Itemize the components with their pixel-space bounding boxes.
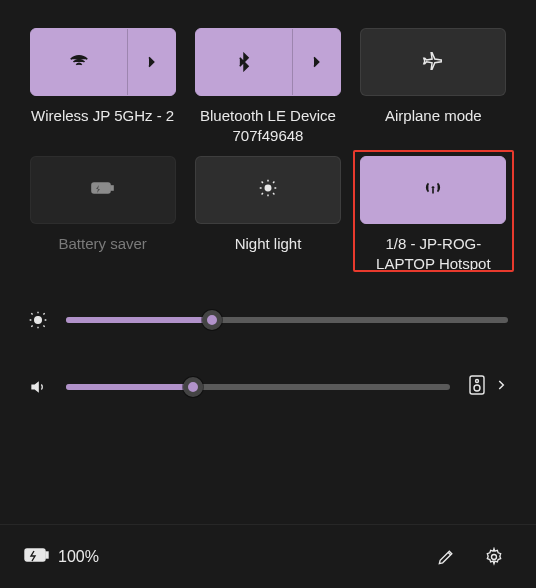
settings-button[interactable] [476,539,512,575]
brightness-slider-thumb[interactable] [202,310,222,330]
wifi-expand-button[interactable] [127,29,175,95]
footer-bar: 100% [0,524,536,588]
night-light-icon [257,177,279,203]
brightness-slider[interactable] [66,317,508,323]
tile-wifi: Wireless JP 5GHz - 2 [28,28,177,150]
svg-rect-0 [92,183,110,193]
wifi-toggle[interactable] [30,28,176,96]
bluetooth-icon [196,52,292,72]
edit-button[interactable] [428,539,464,575]
wifi-icon [31,51,127,73]
chevron-right-icon [143,54,159,70]
night-light-toggle[interactable] [195,156,341,224]
hotspot-toggle[interactable] [360,156,506,224]
volume-slider-thumb[interactable] [183,377,203,397]
chevron-right-icon [308,54,324,70]
battery-percent-text: 100% [58,548,99,566]
output-device-button[interactable] [468,374,486,400]
sliders-area [0,290,536,410]
battery-saver-label: Battery saver [56,234,148,278]
battery-saver-icon [90,178,116,202]
airplane-label: Airplane mode [383,106,484,150]
chevron-right-icon [494,378,508,392]
brightness-slider-row [28,310,508,330]
wifi-label: Wireless JP 5GHz - 2 [29,106,176,150]
svg-rect-8 [25,549,45,561]
tile-bluetooth: Bluetooth LE Device 707f49648 [193,28,342,150]
output-device-expand[interactable] [494,378,508,396]
airplane-toggle[interactable] [360,28,506,96]
pencil-icon [436,547,456,567]
svg-point-6 [476,380,479,383]
night-light-label: Night light [233,234,304,278]
tile-battery-saver: Battery saver [28,156,177,278]
tile-night-light: Night light [193,156,342,278]
airplane-icon [422,49,444,75]
svg-point-4 [35,317,42,324]
svg-rect-9 [46,552,48,558]
bluetooth-label: Bluetooth LE Device 707f49648 [193,106,342,150]
svg-rect-1 [111,186,113,190]
battery-status[interactable]: 100% [24,546,99,568]
brightness-icon [28,310,48,330]
tile-hotspot: 1/8 - JP-ROG-LAPTOP Hotspot [359,156,508,278]
volume-slider-row [28,374,508,400]
quick-settings-panel: Wireless JP 5GHz - 2 Bluetooth LE Device… [0,0,536,588]
volume-slider[interactable] [66,384,450,390]
hotspot-label: 1/8 - JP-ROG-LAPTOP Hotspot [359,234,508,278]
battery-saver-toggle [30,156,176,224]
svg-point-2 [265,185,271,191]
svg-point-3 [432,186,435,189]
bluetooth-expand-button[interactable] [292,29,340,95]
bluetooth-toggle[interactable] [195,28,341,96]
tiles-grid: Wireless JP 5GHz - 2 Bluetooth LE Device… [0,0,536,278]
gear-icon [484,547,504,567]
hotspot-icon [422,177,444,203]
volume-icon [28,377,48,397]
svg-point-10 [492,554,497,559]
svg-point-7 [474,385,480,391]
tile-airplane: Airplane mode [359,28,508,150]
battery-charging-icon [24,546,50,568]
